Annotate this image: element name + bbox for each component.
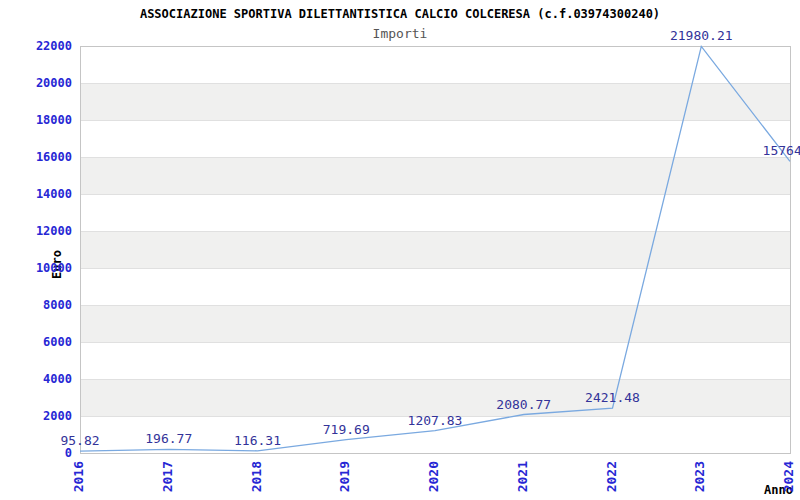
- plot-band: [80, 157, 790, 194]
- plot-band: [80, 305, 790, 342]
- y-tick-label: 2000: [0, 409, 72, 423]
- x-tick-label: 2016: [72, 461, 86, 492]
- x-tick-label: 2020: [427, 461, 441, 492]
- x-tick-label: 2019: [338, 461, 352, 492]
- y-tick-label: 20000: [0, 76, 72, 90]
- y-tick-label: 8000: [0, 298, 72, 312]
- x-tick-label: 2023: [693, 461, 707, 492]
- x-tick-label: 2022: [605, 461, 619, 492]
- y-tick-label: 22000: [0, 39, 72, 53]
- x-tick-label: 2021: [516, 461, 530, 492]
- x-tick-label: 2024: [782, 461, 796, 492]
- y-tick-label: 14000: [0, 187, 72, 201]
- y-tick-label: 18000: [0, 113, 72, 127]
- plot-band: [80, 268, 790, 305]
- chart-title: ASSOCIAZIONE SPORTIVA DILETTANTISTICA CA…: [0, 7, 800, 21]
- y-tick-label: 16000: [0, 150, 72, 164]
- data-point-label: 2421.48: [553, 391, 673, 405]
- plot-band: [80, 194, 790, 231]
- importi-line-chart: ASSOCIAZIONE SPORTIVA DILETTANTISTICA CA…: [0, 0, 800, 500]
- y-tick-label: 12000: [0, 224, 72, 238]
- plot-band: [80, 83, 790, 120]
- plot-band: [80, 342, 790, 379]
- data-point-label: 21980.21: [641, 29, 761, 43]
- y-tick-label: 10000: [0, 261, 72, 275]
- plot-band: [80, 120, 790, 157]
- y-tick-label: 4000: [0, 372, 72, 386]
- plot-band: [80, 379, 790, 416]
- data-point-label: 15764.1: [730, 144, 800, 158]
- x-tick-label: 2018: [250, 461, 264, 492]
- y-tick-label: 6000: [0, 335, 72, 349]
- plot-band: [80, 46, 790, 83]
- x-tick-label: 2017: [161, 461, 175, 492]
- plot-band: [80, 231, 790, 268]
- data-point-label: 1207.83: [375, 414, 495, 428]
